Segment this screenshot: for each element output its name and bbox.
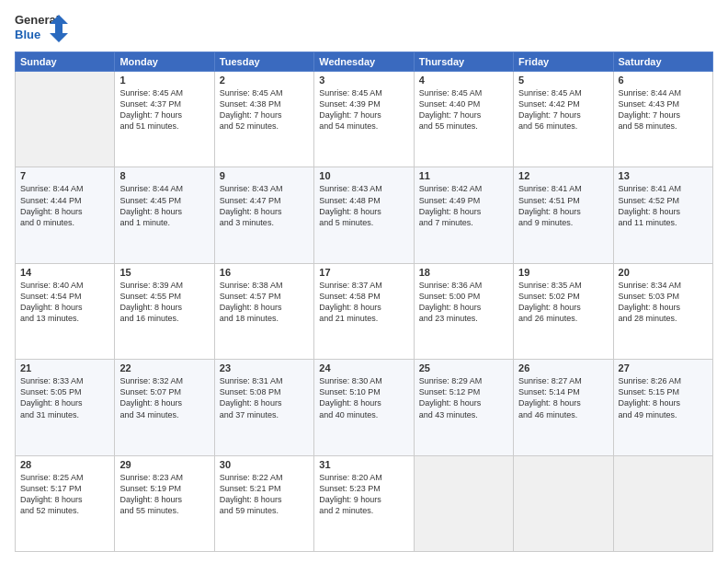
calendar-cell: 28Sunrise: 8:25 AM Sunset: 5:17 PM Dayli…: [16, 455, 115, 551]
day-header-friday: Friday: [514, 52, 613, 72]
calendar-cell: 21Sunrise: 8:33 AM Sunset: 5:05 PM Dayli…: [16, 360, 115, 455]
day-header-thursday: Thursday: [414, 52, 513, 72]
day-number: 10: [319, 170, 408, 181]
calendar-cell: 31Sunrise: 8:20 AM Sunset: 5:23 PM Dayli…: [314, 455, 414, 551]
cell-info: Sunrise: 8:44 AM Sunset: 4:45 PM Dayligh…: [119, 183, 209, 228]
calendar-cell: 4Sunrise: 8:45 AM Sunset: 4:40 PM Daylig…: [414, 72, 513, 167]
day-header-monday: Monday: [115, 52, 214, 72]
day-number: 14: [20, 267, 109, 278]
day-number: 30: [220, 459, 309, 470]
cell-info: Sunrise: 8:45 AM Sunset: 4:38 PM Dayligh…: [220, 87, 309, 132]
calendar-table: SundayMondayTuesdayWednesdayThursdayFrid…: [15, 52, 713, 552]
calendar-cell: 25Sunrise: 8:29 AM Sunset: 5:12 PM Dayli…: [414, 360, 513, 455]
cell-info: Sunrise: 8:42 AM Sunset: 4:49 PM Dayligh…: [419, 183, 508, 228]
day-number: 31: [319, 459, 408, 470]
day-number: 17: [319, 267, 408, 278]
calendar-cell: 23Sunrise: 8:31 AM Sunset: 5:08 PM Dayli…: [214, 360, 313, 455]
cell-info: Sunrise: 8:35 AM Sunset: 5:02 PM Dayligh…: [518, 280, 608, 325]
day-number: 9: [220, 170, 309, 181]
cell-info: Sunrise: 8:39 AM Sunset: 4:55 PM Dayligh…: [119, 280, 209, 325]
cell-info: Sunrise: 8:31 AM Sunset: 5:08 PM Dayligh…: [220, 375, 309, 420]
calendar-cell: [414, 455, 513, 551]
day-number: 1: [119, 75, 209, 86]
calendar-cell: 20Sunrise: 8:34 AM Sunset: 5:03 PM Dayli…: [613, 263, 712, 359]
cell-info: Sunrise: 8:25 AM Sunset: 5:17 PM Dayligh…: [20, 472, 109, 517]
calendar-cell: 9Sunrise: 8:43 AM Sunset: 4:47 PM Daylig…: [214, 167, 313, 263]
cell-info: Sunrise: 8:36 AM Sunset: 5:00 PM Dayligh…: [419, 280, 508, 325]
day-number: 21: [20, 362, 109, 373]
cell-info: Sunrise: 8:45 AM Sunset: 4:37 PM Dayligh…: [119, 87, 209, 132]
day-number: 27: [619, 362, 708, 373]
calendar-cell: 6Sunrise: 8:44 AM Sunset: 4:43 PM Daylig…: [613, 72, 712, 167]
day-number: 18: [419, 267, 508, 278]
cell-info: Sunrise: 8:22 AM Sunset: 5:21 PM Dayligh…: [220, 472, 309, 517]
calendar-cell: 26Sunrise: 8:27 AM Sunset: 5:14 PM Dayli…: [514, 360, 613, 455]
day-number: 13: [619, 170, 708, 181]
calendar-cell: 7Sunrise: 8:44 AM Sunset: 4:44 PM Daylig…: [16, 167, 115, 263]
day-number: 20: [619, 267, 708, 278]
day-number: 26: [518, 362, 608, 373]
day-header-wednesday: Wednesday: [314, 52, 414, 72]
header: General Blue: [15, 11, 713, 44]
calendar-cell: [514, 455, 613, 551]
calendar-body: 1Sunrise: 8:45 AM Sunset: 4:37 PM Daylig…: [16, 72, 713, 552]
cell-info: Sunrise: 8:37 AM Sunset: 4:58 PM Dayligh…: [319, 280, 408, 325]
cell-info: Sunrise: 8:45 AM Sunset: 4:42 PM Dayligh…: [518, 87, 608, 132]
cell-info: Sunrise: 8:44 AM Sunset: 4:43 PM Dayligh…: [619, 87, 708, 132]
week-row-5: 28Sunrise: 8:25 AM Sunset: 5:17 PM Dayli…: [16, 455, 713, 551]
calendar-cell: 1Sunrise: 8:45 AM Sunset: 4:37 PM Daylig…: [115, 72, 214, 167]
cell-info: Sunrise: 8:43 AM Sunset: 4:47 PM Dayligh…: [220, 183, 309, 228]
day-number: 28: [20, 459, 109, 470]
day-number: 12: [518, 170, 608, 181]
day-header-tuesday: Tuesday: [214, 52, 313, 72]
calendar-cell: 8Sunrise: 8:44 AM Sunset: 4:45 PM Daylig…: [115, 167, 214, 263]
cell-info: Sunrise: 8:23 AM Sunset: 5:19 PM Dayligh…: [119, 472, 209, 517]
svg-text:General: General: [15, 13, 59, 27]
cell-info: Sunrise: 8:44 AM Sunset: 4:44 PM Dayligh…: [20, 183, 109, 228]
day-number: 7: [20, 170, 109, 181]
cell-info: Sunrise: 8:33 AM Sunset: 5:05 PM Dayligh…: [20, 375, 109, 420]
days-header-row: SundayMondayTuesdayWednesdayThursdayFrid…: [16, 52, 713, 72]
calendar-cell: 24Sunrise: 8:30 AM Sunset: 5:10 PM Dayli…: [314, 360, 414, 455]
cell-info: Sunrise: 8:38 AM Sunset: 4:57 PM Dayligh…: [220, 280, 309, 325]
day-number: 22: [119, 362, 209, 373]
svg-text:Blue: Blue: [15, 28, 40, 41]
calendar-cell: 30Sunrise: 8:22 AM Sunset: 5:21 PM Dayli…: [214, 455, 313, 551]
day-number: 5: [518, 75, 608, 86]
calendar-cell: 27Sunrise: 8:26 AM Sunset: 5:15 PM Dayli…: [613, 360, 712, 455]
day-number: 8: [119, 170, 209, 181]
calendar-cell: 5Sunrise: 8:45 AM Sunset: 4:42 PM Daylig…: [514, 72, 613, 167]
calendar-cell: [16, 72, 115, 167]
day-number: 4: [419, 75, 508, 86]
cell-info: Sunrise: 8:34 AM Sunset: 5:03 PM Dayligh…: [619, 280, 708, 325]
calendar-cell: 11Sunrise: 8:42 AM Sunset: 4:49 PM Dayli…: [414, 167, 513, 263]
week-row-2: 7Sunrise: 8:44 AM Sunset: 4:44 PM Daylig…: [16, 167, 713, 263]
cell-info: Sunrise: 8:27 AM Sunset: 5:14 PM Dayligh…: [518, 375, 608, 420]
cell-info: Sunrise: 8:30 AM Sunset: 5:10 PM Dayligh…: [319, 375, 408, 420]
day-number: 16: [220, 267, 309, 278]
calendar-cell: 2Sunrise: 8:45 AM Sunset: 4:38 PM Daylig…: [214, 72, 313, 167]
calendar-cell: 10Sunrise: 8:43 AM Sunset: 4:48 PM Dayli…: [314, 167, 414, 263]
cell-info: Sunrise: 8:26 AM Sunset: 5:15 PM Dayligh…: [619, 375, 708, 420]
cell-info: Sunrise: 8:45 AM Sunset: 4:40 PM Dayligh…: [419, 87, 508, 132]
day-number: 19: [518, 267, 608, 278]
day-number: 23: [220, 362, 309, 373]
calendar-cell: 22Sunrise: 8:32 AM Sunset: 5:07 PM Dayli…: [115, 360, 214, 455]
week-row-3: 14Sunrise: 8:40 AM Sunset: 4:54 PM Dayli…: [16, 263, 713, 359]
day-number: 15: [119, 267, 209, 278]
calendar-header: SundayMondayTuesdayWednesdayThursdayFrid…: [16, 52, 713, 72]
page: General Blue SundayMondayTuesdayWednesda…: [0, 0, 728, 563]
day-header-saturday: Saturday: [613, 52, 712, 72]
cell-info: Sunrise: 8:45 AM Sunset: 4:39 PM Dayligh…: [319, 87, 408, 132]
calendar-cell: [613, 455, 712, 551]
calendar-cell: 17Sunrise: 8:37 AM Sunset: 4:58 PM Dayli…: [314, 263, 414, 359]
day-number: 3: [319, 75, 408, 86]
calendar-cell: 18Sunrise: 8:36 AM Sunset: 5:00 PM Dayli…: [414, 263, 513, 359]
calendar-cell: 16Sunrise: 8:38 AM Sunset: 4:57 PM Dayli…: [214, 263, 313, 359]
cell-info: Sunrise: 8:20 AM Sunset: 5:23 PM Dayligh…: [319, 472, 408, 517]
cell-info: Sunrise: 8:41 AM Sunset: 4:51 PM Dayligh…: [518, 183, 608, 228]
calendar-cell: 14Sunrise: 8:40 AM Sunset: 4:54 PM Dayli…: [16, 263, 115, 359]
day-header-sunday: Sunday: [16, 52, 115, 72]
week-row-4: 21Sunrise: 8:33 AM Sunset: 5:05 PM Dayli…: [16, 360, 713, 455]
cell-info: Sunrise: 8:32 AM Sunset: 5:07 PM Dayligh…: [119, 375, 209, 420]
